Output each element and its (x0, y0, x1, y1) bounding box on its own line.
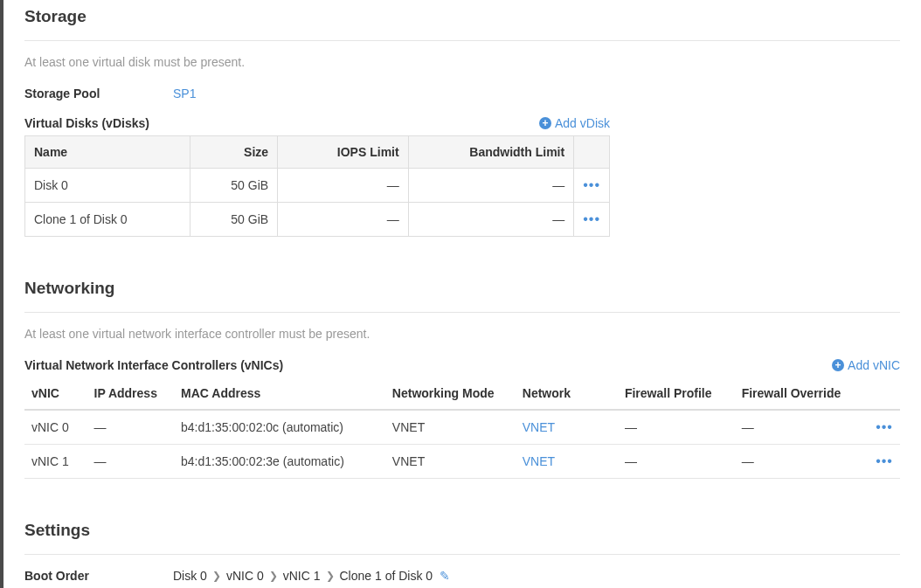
vdisk-iops: — (278, 203, 409, 237)
storage-hint: At least one virtual disk must be presen… (24, 55, 900, 69)
storage-pool-label: Storage Pool (24, 86, 173, 100)
vdisk-actions-menu[interactable]: ••• (574, 203, 610, 237)
vnic-name: vNIC 1 (24, 445, 87, 479)
vnic-name: vNIC 0 (24, 410, 87, 445)
col-network: Network (516, 377, 618, 410)
col-ip: IP Address (87, 377, 174, 410)
section-storage-title: Storage (24, 7, 900, 41)
storage-pool-link[interactable]: SP1 (173, 86, 196, 100)
add-vnic-label: Add vNIC (848, 358, 900, 372)
vnic-actions-menu[interactable]: ••• (869, 445, 900, 479)
vnic-network-link[interactable]: VNET (523, 454, 555, 468)
col-mode: Networking Mode (385, 377, 516, 410)
table-row: Disk 0 50 GiB — — ••• (25, 169, 610, 203)
section-networking-title: Networking (24, 279, 900, 313)
col-vnic: vNIC (24, 377, 87, 410)
vdisks-subheader: Virtual Disks (vDisks) (24, 116, 149, 130)
vdisk-name: Clone 1 of Disk 0 (25, 203, 190, 237)
plus-icon: + (539, 117, 551, 129)
table-row: vNIC 0 — b4:d1:35:00:02:0c (automatic) V… (24, 410, 900, 445)
vnic-mac: b4:d1:35:00:02:0c (automatic) (174, 410, 385, 445)
col-name: Name (25, 136, 190, 169)
vnic-override: — (735, 410, 869, 445)
add-vdisk-label: Add vDisk (555, 116, 610, 130)
vnic-table: vNIC IP Address MAC Address Networking M… (24, 377, 900, 479)
vnics-subheader: Virtual Network Interface Controllers (v… (24, 358, 283, 372)
vdisk-iops: — (278, 169, 409, 203)
pencil-icon: ✎ (440, 569, 450, 583)
col-actions (574, 136, 610, 169)
vdisk-bandwidth: — (408, 169, 574, 203)
vnic-mac: b4:d1:35:00:02:3e (automatic) (174, 445, 385, 479)
col-firewall: Firewall Profile (618, 377, 735, 410)
col-mac: MAC Address (174, 377, 385, 410)
boot-order-item: vNIC 1 (283, 569, 321, 583)
boot-order-item: Disk 0 (173, 569, 207, 583)
vdisk-table: Name Size IOPS Limit Bandwidth Limit Dis… (24, 135, 610, 237)
vnic-ip: — (87, 410, 174, 445)
table-row: Clone 1 of Disk 0 50 GiB — — ••• (25, 203, 610, 237)
vdisk-name: Disk 0 (25, 169, 190, 203)
boot-order-item: Clone 1 of Disk 0 (340, 569, 433, 583)
boot-order-item: vNIC 0 (226, 569, 264, 583)
vnic-mode: VNET (385, 445, 516, 479)
vdisk-actions-menu[interactable]: ••• (574, 169, 610, 203)
boot-order-value: Disk 0 ❯ vNIC 0 ❯ vNIC 1 ❯ Clone 1 of Di… (173, 569, 450, 583)
chevron-right-icon: ❯ (212, 570, 221, 582)
col-iops: IOPS Limit (278, 136, 409, 169)
vnic-ip: — (87, 445, 174, 479)
vdisk-bandwidth: — (408, 203, 574, 237)
table-row: vNIC 1 — b4:d1:35:00:02:3e (automatic) V… (24, 445, 900, 479)
plus-icon: + (832, 359, 844, 371)
col-actions (869, 377, 900, 410)
vdisk-size: 50 GiB (190, 203, 278, 237)
ellipsis-icon: ••• (876, 453, 893, 468)
add-vnic-button[interactable]: + Add vNIC (832, 358, 900, 372)
chevron-right-icon: ❯ (269, 570, 278, 582)
chevron-right-icon: ❯ (326, 570, 335, 582)
col-size: Size (190, 136, 278, 169)
vnic-mode: VNET (385, 410, 516, 445)
vnic-firewall: — (618, 410, 735, 445)
section-settings-title: Settings (24, 521, 900, 555)
col-override: Firewall Override (735, 377, 869, 410)
boot-order-label: Boot Order (24, 569, 173, 583)
vnic-override: — (735, 445, 869, 479)
add-vdisk-button[interactable]: + Add vDisk (539, 116, 610, 130)
ellipsis-icon: ••• (876, 419, 893, 434)
vnic-network-link[interactable]: VNET (523, 420, 555, 434)
col-bandwidth: Bandwidth Limit (408, 136, 574, 169)
vnic-actions-menu[interactable]: ••• (869, 410, 900, 445)
vdisk-size: 50 GiB (190, 169, 278, 203)
ellipsis-icon: ••• (583, 177, 600, 192)
ellipsis-icon: ••• (583, 211, 600, 226)
networking-hint: At least one virtual network interface c… (24, 327, 900, 341)
edit-boot-order-button[interactable]: ✎ (440, 569, 450, 583)
vnic-firewall: — (618, 445, 735, 479)
